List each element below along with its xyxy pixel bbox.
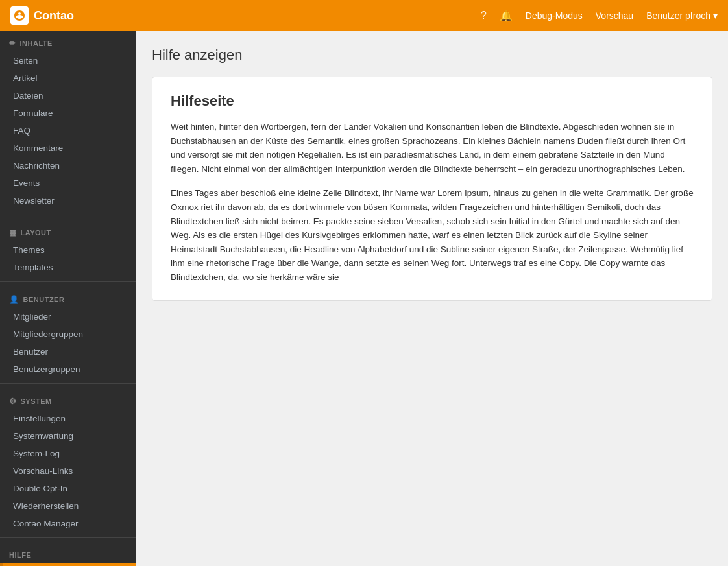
sidebar-item-artikel[interactable]: Artikel [0, 69, 136, 87]
sidebar-section-label-system: SYSTEM [21, 397, 52, 405]
sidebar-item-systemwartung[interactable]: Systemwartung [0, 427, 136, 445]
sidebar-item-mitgliedergruppen[interactable]: Mitgliedergruppen [0, 325, 136, 343]
sidebar-item-benutzer[interactable]: Benutzer [0, 343, 136, 360]
sidebar-item-double-opt-in[interactable]: Double Opt-In [0, 480, 136, 497]
bell-icon[interactable]: 🔔 [500, 10, 513, 22]
sidebar-item-nachrichten[interactable]: Nachrichten [0, 157, 136, 174]
main-content: Hilfe anzeigen Hilfeseite Weit hinten, h… [136, 31, 728, 566]
chevron-down-icon: ▾ [713, 10, 718, 21]
sidebar: ✏ INHALTE Seiten Artikel Dateien Formula… [0, 31, 136, 566]
layout-icon: ▦ [9, 228, 17, 237]
help-icon[interactable]: ? [481, 10, 487, 21]
divider-system [0, 383, 136, 384]
sidebar-item-hilfe-anzeigen[interactable]: Hilfe anzeigen [0, 563, 136, 566]
sidebar-item-wiederherstellen[interactable]: Wiederherstellen [0, 497, 136, 515]
content-box: Hilfeseite Weit hinten, hinter den Wortb… [152, 77, 712, 301]
header-actions: ? 🔔 Debug-Modus Vorschau Benutzer pfroch… [481, 10, 718, 22]
content-paragraph-2: Eines Tages aber beschloß eine kleine Ze… [171, 186, 694, 284]
logo-icon [10, 6, 29, 25]
sidebar-section-label-inhalte: INHALTE [20, 40, 53, 47]
sidebar-item-contao-manager[interactable]: Contao Manager [0, 515, 136, 532]
logo-text: Contao [34, 9, 74, 23]
sidebar-item-benutzergruppen[interactable]: Benutzergruppen [0, 360, 136, 378]
sidebar-item-themes[interactable]: Themes [0, 241, 136, 259]
preview-link[interactable]: Vorschau [596, 10, 633, 21]
divider-hilfe [0, 537, 136, 538]
sidebar-item-faq[interactable]: FAQ [0, 122, 136, 139]
sidebar-item-mitglieder[interactable]: Mitglieder [0, 308, 136, 325]
sidebar-section-benutzer: 👤 BENUTZER [0, 287, 136, 308]
page-title: Hilfe anzeigen [152, 47, 712, 64]
sidebar-item-seiten[interactable]: Seiten [0, 52, 136, 69]
sidebar-item-einstellungen[interactable]: Einstellungen [0, 410, 136, 427]
sidebar-item-events[interactable]: Events [0, 174, 136, 192]
sidebar-item-system-log[interactable]: System-Log [0, 445, 136, 462]
user-icon: 👤 [9, 295, 19, 304]
user-label: Benutzer pfroch [646, 10, 710, 21]
sidebar-section-inhalte: ✏ INHALTE [0, 31, 136, 52]
sidebar-item-vorschau-links[interactable]: Vorschau-Links [0, 462, 136, 480]
layout: ✏ INHALTE Seiten Artikel Dateien Formula… [0, 31, 728, 566]
content-paragraph-1: Weit hinten, hinter den Wortbergen, fern… [171, 120, 694, 176]
sidebar-section-layout: ▦ LAYOUT [0, 220, 136, 241]
sidebar-section-system: ⚙ SYSTEM [0, 389, 136, 410]
divider-layout [0, 215, 136, 215]
sidebar-item-formulare[interactable]: Formulare [0, 104, 136, 122]
gear-icon: ⚙ [9, 397, 17, 406]
sidebar-section-label-layout: LAYOUT [21, 229, 51, 237]
content-heading: Hilfeseite [171, 93, 694, 110]
sidebar-section-label-benutzer: BENUTZER [23, 296, 65, 303]
user-menu[interactable]: Benutzer pfroch ▾ [646, 10, 718, 21]
edit-icon: ✏ [9, 39, 16, 48]
logo: Contao [10, 6, 74, 25]
sidebar-item-kommentare[interactable]: Kommentare [0, 139, 136, 157]
sidebar-item-newsletter[interactable]: Newsletter [0, 192, 136, 209]
sidebar-section-hilfe: HILFE [0, 543, 136, 563]
debug-mode-link[interactable]: Debug-Modus [526, 10, 583, 21]
sidebar-item-templates[interactable]: Templates [0, 259, 136, 276]
sidebar-item-dateien[interactable]: Dateien [0, 87, 136, 104]
sidebar-section-label-hilfe: HILFE [9, 551, 31, 559]
divider-benutzer [0, 281, 136, 282]
header: Contao ? 🔔 Debug-Modus Vorschau Benutzer… [0, 0, 728, 31]
